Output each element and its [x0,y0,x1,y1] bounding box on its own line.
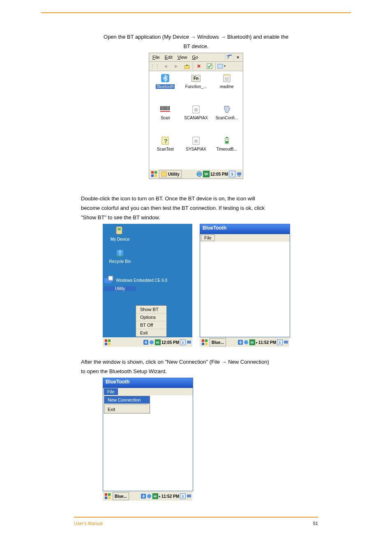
system-tray: W ▸ 11:52 PM 1 [141,493,191,499]
desktop-icon-mydevice[interactable]: My Device [104,225,136,242]
bluetooth-window: BlueTooth File New Connection Exit [103,378,193,491]
one-tray-icon[interactable]: 1 [180,339,186,345]
svg-rect-50 [187,341,191,344]
svg-point-21 [195,109,196,111]
file-scanconfig[interactable]: ScanConfi... [211,104,242,135]
menu-edit[interactable]: Edit [162,54,175,60]
svg-rect-32 [154,171,157,174]
desktop-tray-icon[interactable] [284,340,288,345]
mydevice-icon [114,225,126,236]
folder-icon [161,172,167,176]
view-mode-button[interactable] [217,62,226,71]
delete-button[interactable]: ✕ [194,62,204,71]
bt-titlebar: BlueTooth [103,378,193,388]
file-scan[interactable]: Scan [150,104,181,135]
w-tray-icon[interactable]: W [203,171,210,177]
world-tray-icon[interactable] [147,494,152,499]
file-timeoutb[interactable]: + TimeoutB... [211,135,242,167]
w-tray-icon[interactable]: W [152,493,158,499]
help-doc-icon: ? [159,135,171,146]
taskbar-item-bluetooth[interactable]: Blue... [210,338,226,346]
toolbar-handle-icon: ⋮⋮ [150,62,160,71]
svg-rect-36 [237,172,241,175]
svg-rect-54 [205,343,208,345]
svg-rect-39 [118,228,121,230]
desktop-icon-recycle[interactable]: Recycle Bin [104,248,136,264]
desktop-icon-utility[interactable]: Utility [104,286,136,291]
svg-rect-58 [105,493,107,496]
bt-tray-icon[interactable] [143,340,148,345]
taskbar-item-bluetooth[interactable]: Blue... [113,492,129,500]
svg-rect-47 [108,343,111,345]
taskbar-item-utility[interactable]: Utility [159,170,182,178]
svg-rect-60 [105,497,107,499]
dd-new-connection[interactable]: New Connection [104,396,150,404]
system-tray: W 12:05 PM 1 [143,339,191,345]
svg-rect-3 [218,64,223,68]
taskbar-label: Utility [168,172,180,176]
start-button[interactable] [104,339,112,346]
footer-page: 51 [313,521,318,526]
file-sysapiax[interactable]: SYSAPIAX [181,135,212,167]
notepad-icon [221,73,233,84]
ctx-bt-off[interactable]: BT Off [136,321,166,329]
desktop-taskbar: W 12:05 PM 1 [103,337,192,347]
divider-top [41,12,351,13]
forward-button[interactable]: ► [171,62,181,71]
footer-label: User's Manual [74,521,103,526]
bt-menu-file[interactable]: File [104,388,118,395]
menu-file[interactable]: File [150,54,162,60]
start-button[interactable] [150,170,158,178]
svg-rect-61 [108,497,111,499]
taskbar-clock: 11:52 PM [258,340,276,345]
menu-view[interactable]: View [175,54,190,60]
bt-tray-icon[interactable] [141,494,146,499]
desktop-tray-icon[interactable] [236,171,242,177]
ctx-exit[interactable]: Exit [136,329,166,337]
one-tray-icon[interactable]: 1 [229,171,235,177]
back-button[interactable]: ◄ [161,62,171,71]
world-tray-icon[interactable] [149,340,154,345]
file-scanapiax[interactable]: SCANAPIAX [181,104,212,135]
fn-icon: Fn [190,73,202,84]
file-function[interactable]: Fn Function_... [181,73,212,104]
file-bluetooth[interactable]: Bluetooth [150,73,181,104]
one-tray-icon[interactable]: 1 [180,493,186,499]
bt-tray-icon[interactable] [238,340,243,345]
battery-icon: + [221,135,233,146]
up-folder-button[interactable] [182,62,192,71]
w-tray-icon[interactable]: W [155,339,161,345]
svg-point-35 [197,172,202,176]
ctx-show-bt[interactable]: Show BT [136,306,166,313]
explorer-file-grid: Bluetooth Fn Function_... readme Sca [149,71,243,169]
svg-rect-6 [224,74,230,76]
svg-text:?: ? [164,138,168,144]
ctx-options[interactable]: Options [136,313,166,321]
close-button[interactable]: × [233,53,242,61]
dd-separator [106,404,148,405]
desktop-icon-wince[interactable]: Windows Embedded CE 6.0 [104,276,173,285]
start-button[interactable] [201,339,209,346]
world-tray-icon[interactable] [196,171,202,177]
screenshot-desktop-context: My Device Recycle Bin Windows Embedded C… [103,224,192,346]
para-line-1: Open the BT application (My Device → Win… [81,34,311,40]
svg-rect-57 [284,341,288,344]
world-tray-icon[interactable] [244,340,249,345]
taskbar-clock: 12:05 PM [210,172,228,176]
bluetooth-window: BlueTooth File [200,224,290,337]
desktop-tray-icon[interactable] [187,340,191,345]
file-readme[interactable]: readme [211,73,242,104]
desktop-tray-icon[interactable] [187,494,191,499]
start-button[interactable] [104,492,112,500]
w-tray-icon[interactable]: W [249,339,255,345]
svg-rect-45 [108,339,111,342]
file-scantest[interactable]: ? ScanTest [150,135,181,167]
bt-menu-file[interactable]: File [201,235,215,241]
dd-exit[interactable]: Exit [104,406,150,413]
menu-go[interactable]: Go [189,54,201,60]
one-tray-icon[interactable]: 1 [277,339,283,345]
help-button[interactable]: ? [225,53,233,61]
bt-menubar: File [200,234,290,242]
properties-button[interactable] [205,62,214,71]
svg-rect-46 [105,343,107,345]
